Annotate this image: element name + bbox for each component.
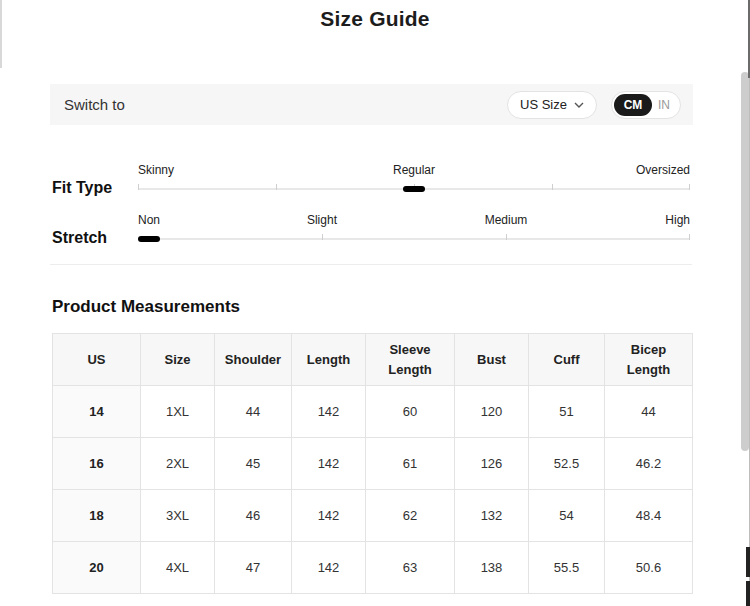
table-row: 183XL46142621325448.4 xyxy=(53,490,693,542)
background-content-fragment xyxy=(746,547,750,577)
col-header-us: US xyxy=(53,334,141,386)
stretch-label-medium: Medium xyxy=(485,213,528,227)
fit-label-oversized: Oversized xyxy=(636,163,690,177)
measurement-cell: 47 xyxy=(215,542,292,594)
fit-label-regular: Regular xyxy=(393,163,435,177)
measurement-cell: 48.4 xyxy=(605,490,693,542)
tick xyxy=(689,234,690,240)
us-size-cell: 18 xyxy=(53,490,141,542)
col-header-bust: Bust xyxy=(455,334,529,386)
unit-option-in[interactable]: IN xyxy=(652,98,680,112)
measurement-cell: 132 xyxy=(455,490,529,542)
measurement-cell: 44 xyxy=(215,386,292,438)
col-header-size: Size xyxy=(141,334,215,386)
col-header-length: Length xyxy=(292,334,366,386)
stretch-label: Stretch xyxy=(52,229,107,247)
fit-type-slider: Skinny Regular Oversized xyxy=(138,163,690,190)
tick xyxy=(276,184,277,190)
stretch-label-high: High xyxy=(665,213,690,227)
chevron-down-icon xyxy=(574,102,584,108)
tick xyxy=(689,184,690,190)
stretch-label-non: Non xyxy=(138,213,160,227)
unit-toggle[interactable]: CM IN xyxy=(611,91,681,119)
col-header-bicep-length: Bicep Length xyxy=(605,334,693,386)
measurement-cell: 142 xyxy=(292,490,366,542)
size-standard-dropdown[interactable]: US Size xyxy=(507,91,597,119)
size-guide-modal: Size Guide Switch to US Size CM IN Fit T… xyxy=(0,0,750,606)
measurement-cell: 142 xyxy=(292,386,366,438)
measurement-cell: 45 xyxy=(215,438,292,490)
product-measurements-heading: Product Measurements xyxy=(52,297,240,317)
measurement-cell: 62 xyxy=(366,490,455,542)
size-standard-value: US Size xyxy=(520,97,567,112)
table-row: 141XL44142601205144 xyxy=(53,386,693,438)
measurement-cell: 54 xyxy=(529,490,605,542)
us-size-cell: 14 xyxy=(53,386,141,438)
measurements-table: US Size Shoulder Length Sleeve Length Bu… xyxy=(52,333,693,594)
col-header-cuff: Cuff xyxy=(529,334,605,386)
col-header-sleeve-length: Sleeve Length xyxy=(366,334,455,386)
us-size-cell: 16 xyxy=(53,438,141,490)
measurement-cell: 52.5 xyxy=(529,438,605,490)
tick xyxy=(552,184,553,190)
fit-label-skinny: Skinny xyxy=(138,163,174,177)
measurement-cell: 46 xyxy=(215,490,292,542)
measurement-cell: 3XL xyxy=(141,490,215,542)
page-title: Size Guide xyxy=(0,7,750,31)
measurement-cell: 2XL xyxy=(141,438,215,490)
table-row: 162XL451426112652.546.2 xyxy=(53,438,693,490)
switch-to-label: Switch to xyxy=(64,96,125,113)
table-header-row: US Size Shoulder Length Sleeve Length Bu… xyxy=(53,334,693,386)
measurement-cell: 142 xyxy=(292,542,366,594)
measurement-cell: 1XL xyxy=(141,386,215,438)
window-left-edge xyxy=(0,0,2,68)
stretch-track xyxy=(138,238,690,240)
section-divider xyxy=(50,264,692,265)
unit-option-cm[interactable]: CM xyxy=(614,94,652,116)
measurement-cell: 50.6 xyxy=(605,542,693,594)
table-row: 204XL471426313855.550.6 xyxy=(53,542,693,594)
fit-type-label: Fit Type xyxy=(52,179,112,197)
switch-to-bar: Switch to US Size CM IN xyxy=(50,84,693,125)
scrollbar-thumb[interactable] xyxy=(741,72,749,451)
measurement-cell: 55.5 xyxy=(529,542,605,594)
measurement-cell: 51 xyxy=(529,386,605,438)
measurement-cell: 120 xyxy=(455,386,529,438)
measurement-cell: 142 xyxy=(292,438,366,490)
measurement-cell: 61 xyxy=(366,438,455,490)
tick xyxy=(322,234,323,240)
col-header-shoulder: Shoulder xyxy=(215,334,292,386)
measurement-cell: 60 xyxy=(366,386,455,438)
stretch-scale-labels: Non Slight Medium High xyxy=(138,213,690,227)
stretch-slider: Non Slight Medium High xyxy=(138,213,690,240)
measurement-cell: 44 xyxy=(605,386,693,438)
stretch-marker[interactable] xyxy=(138,236,160,242)
stretch-label-slight: Slight xyxy=(307,213,337,227)
fit-type-marker[interactable] xyxy=(403,186,425,192)
measurements-table-body: 141XL44142601205144162XL451426112652.546… xyxy=(53,386,693,594)
tick xyxy=(506,234,507,240)
measurement-cell: 4XL xyxy=(141,542,215,594)
measurement-cell: 46.2 xyxy=(605,438,693,490)
us-size-cell: 20 xyxy=(53,542,141,594)
fit-type-scale-labels: Skinny Regular Oversized xyxy=(138,163,690,177)
tick xyxy=(138,184,139,190)
background-content-fragment xyxy=(746,581,750,606)
measurement-cell: 138 xyxy=(455,542,529,594)
measurement-cell: 63 xyxy=(366,542,455,594)
fit-type-track xyxy=(138,188,690,190)
measurement-cell: 126 xyxy=(455,438,529,490)
